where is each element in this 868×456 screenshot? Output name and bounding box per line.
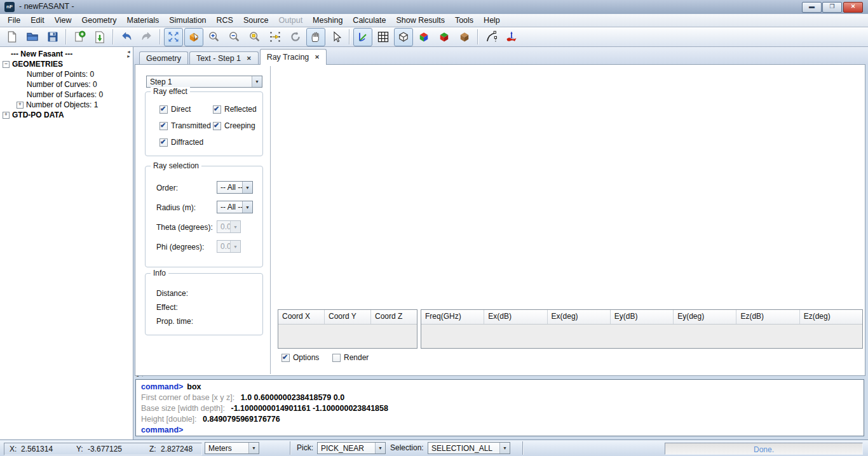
status-bar: X: 2.561314 Y: -3.677125 Z: 2.827248 Met… xyxy=(0,439,868,456)
column-header-coord-y[interactable]: Coord Y xyxy=(325,310,371,324)
redo-icon xyxy=(140,30,153,43)
checkbox-box[interactable] xyxy=(213,122,221,130)
coord-z-value: 2.827248 xyxy=(161,445,193,453)
menu-item-help[interactable]: Help xyxy=(478,14,505,27)
select-object-button[interactable] xyxy=(184,28,203,46)
redo-button[interactable] xyxy=(137,28,156,46)
pan-hand-icon xyxy=(309,30,322,43)
checkbox-box[interactable] xyxy=(159,105,168,114)
column-header-ex-deg[interactable]: Ex(deg) xyxy=(548,310,611,324)
textured-view-button[interactable] xyxy=(455,28,474,46)
tab-close-icon[interactable]: ✕ xyxy=(247,52,252,65)
pick-selector[interactable]: PICK_NEAR ▼ xyxy=(317,442,386,454)
checkbox-transmitted[interactable]: Transmitted xyxy=(159,121,211,130)
add-geometry-button[interactable] xyxy=(70,28,89,46)
tab-text-step-1[interactable]: Text - Step 1✕ xyxy=(189,51,259,65)
wireframe-view-button[interactable] xyxy=(394,28,413,46)
column-header-coord-x[interactable]: Coord X xyxy=(278,310,325,324)
column-header-ex-db[interactable]: Ex(dB) xyxy=(484,310,547,324)
tree-item-new-fasant[interactable]: --- New Fasant --- xyxy=(3,49,133,59)
tab-geometry[interactable]: Geometry xyxy=(139,51,188,65)
ray-arc-button[interactable] xyxy=(482,28,501,46)
menu-item-edit[interactable]: Edit xyxy=(25,14,50,27)
tree-expander-expand-icon[interactable]: + xyxy=(3,112,10,119)
open-folder-button[interactable] xyxy=(23,28,42,46)
axes-view-button[interactable] xyxy=(353,28,372,46)
tree-item-gtd-po-data[interactable]: +GTD-PO DATA xyxy=(3,110,133,120)
column-header-ey-deg[interactable]: Ey(deg) xyxy=(674,310,736,324)
open-folder-icon xyxy=(26,30,39,43)
zoom-in-button[interactable] xyxy=(205,28,224,46)
command-console[interactable]: command>boxFirst corner of base [x y z]:… xyxy=(135,379,864,436)
menu-item-materials[interactable]: Materials xyxy=(121,14,164,27)
field-table[interactable]: Freq(GHz)Ex(dB)Ex(deg)Ey(dB)Ey(deg)Ez(dB… xyxy=(421,309,863,349)
chevron-down-icon: ▼ xyxy=(252,76,262,87)
tree-expander-collapse-icon[interactable]: − xyxy=(3,61,10,68)
solid-view-button[interactable] xyxy=(414,28,433,46)
menu-item-rcs[interactable]: RCS xyxy=(212,14,238,27)
save-button[interactable] xyxy=(43,28,62,46)
restore-button[interactable]: ❐ xyxy=(822,2,842,13)
grid-view-icon xyxy=(377,30,390,43)
column-header-freq-ghz[interactable]: Freq(GHz) xyxy=(421,310,484,324)
checkbox-box[interactable] xyxy=(159,122,168,130)
column-header-ey-db[interactable]: Ey(dB) xyxy=(611,310,674,324)
new-file-button[interactable] xyxy=(3,28,22,46)
pan-hand-button[interactable] xyxy=(306,28,325,46)
tab-close-icon[interactable]: ✕ xyxy=(315,51,320,64)
options-checkbox[interactable]: Options xyxy=(281,353,319,362)
splitter-collapse-icon[interactable]: ◄► xyxy=(126,50,132,58)
combo-value: 0.0 xyxy=(217,222,230,231)
checkbox-direct[interactable]: Direct xyxy=(159,105,191,114)
units-selector[interactable]: Meters ▼ xyxy=(205,442,259,454)
menu-item-simulation[interactable]: Simulation xyxy=(164,14,211,27)
tree-item-number-of-objects-1[interactable]: +Number of Objects: 1 xyxy=(3,100,133,110)
close-button[interactable]: ✕ xyxy=(843,2,863,13)
tree-expander-expand-icon[interactable]: + xyxy=(17,102,24,109)
import-file-button[interactable] xyxy=(90,28,109,46)
zoom-window-button[interactable] xyxy=(245,28,264,46)
checkbox-creeping[interactable]: Creeping xyxy=(213,121,255,130)
undo-button[interactable] xyxy=(117,28,136,46)
render-checkbox[interactable]: Render xyxy=(332,353,369,362)
selection-selector[interactable]: SELECTION_ALL ▼ xyxy=(428,442,510,454)
checkbox-box[interactable] xyxy=(213,105,221,114)
menu-item-view[interactable]: View xyxy=(50,14,77,27)
checkbox-box[interactable] xyxy=(159,138,168,147)
menu-item-meshing[interactable]: Meshing xyxy=(308,14,348,27)
menu-item-source[interactable]: Source xyxy=(238,14,274,27)
cursor-select-button[interactable] xyxy=(327,28,346,46)
grid-view-button[interactable] xyxy=(374,28,393,46)
minimize-button[interactable]: ▬ xyxy=(802,2,822,13)
menu-item-tools[interactable]: Tools xyxy=(450,14,478,27)
menu-item-output[interactable]: Output xyxy=(274,14,308,27)
tree-item-number-of-points-0[interactable]: Number of Points: 0 xyxy=(3,69,133,79)
zoom-out-button[interactable] xyxy=(225,28,244,46)
menu-item-show-results[interactable]: Show Results xyxy=(391,14,449,27)
coords-table[interactable]: Coord XCoord YCoord Z xyxy=(278,309,417,349)
checkbox-reflected[interactable]: Reflected xyxy=(213,105,257,114)
tree-item-number-of-surfaces-0[interactable]: Number of Surfaces: 0 xyxy=(3,90,133,100)
move-step-button[interactable] xyxy=(266,28,285,46)
menu-item-calculate[interactable]: Calculate xyxy=(348,14,391,27)
combo-radius-m[interactable]: -- All --▼ xyxy=(217,201,253,213)
flat-view-button[interactable] xyxy=(435,28,454,46)
source-antenna-button[interactable] xyxy=(502,28,521,46)
menu-item-file[interactable]: File xyxy=(3,14,25,27)
checkbox-diffracted[interactable]: Diffracted xyxy=(159,138,203,147)
menu-item-geometry[interactable]: Geometry xyxy=(77,14,122,27)
rotate-view-button[interactable] xyxy=(286,28,305,46)
checkbox-box[interactable] xyxy=(332,354,341,362)
tab-ray-tracing[interactable]: Ray Tracing✕ xyxy=(260,49,327,65)
tree-item-number-of-curves-0[interactable]: Number of Curves: 0 xyxy=(3,79,133,90)
tree-item-geometries[interactable]: −GEOMETRIES xyxy=(3,59,133,69)
column-header-ez-deg[interactable]: Ez(deg) xyxy=(800,310,862,324)
undo-icon xyxy=(120,30,133,43)
checkbox-box[interactable] xyxy=(281,354,290,362)
combo-order[interactable]: -- All --▼ xyxy=(217,181,253,194)
step-selector[interactable]: Step 1 ▼ xyxy=(146,76,262,88)
column-header-ez-db[interactable]: Ez(dB) xyxy=(736,310,799,324)
chevron-down-icon: ▼ xyxy=(242,201,252,213)
fit-view-button[interactable] xyxy=(164,28,183,46)
column-header-coord-z[interactable]: Coord Z xyxy=(371,310,417,324)
